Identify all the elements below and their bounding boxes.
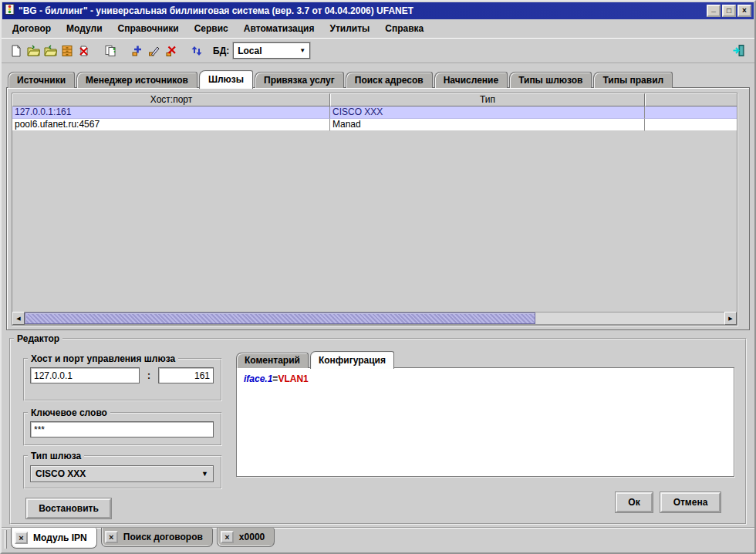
table-row[interactable]: 127.0.0.1:161 CISCO XXX <box>12 106 737 119</box>
maximize-button[interactable]: □ <box>722 5 736 17</box>
restore-button[interactable]: Востановить <box>26 498 111 519</box>
splitter-grip[interactable] <box>5 530 7 549</box>
close-icon[interactable]: × <box>221 531 234 543</box>
gateway-type-group-title: Тип шлюза <box>28 451 84 461</box>
menu-moduli[interactable]: Модули <box>59 20 110 37</box>
gateway-type-select[interactable]: CISCO XXX ▼ <box>30 465 214 482</box>
table-header: Хост:порт Тип <box>12 93 737 106</box>
bottom-tab-label: x0000 <box>239 532 265 542</box>
tab-istochniki[interactable]: Источники <box>8 72 75 88</box>
bottom-tab-label: Поиск договоров <box>123 532 203 542</box>
delete-record-icon[interactable] <box>162 42 179 59</box>
tab-tipy-shlyuzov[interactable]: Типы шлюзов <box>509 72 592 88</box>
menu-avtomatizaciya[interactable]: Автоматизация <box>236 20 322 37</box>
menu-spravochniki[interactable]: Справочники <box>110 20 187 37</box>
host-port-group-title: Хост и порт управления шлюза <box>28 353 178 364</box>
tab-poisk-adresov[interactable]: Поиск адресов <box>346 72 433 88</box>
copy-document-icon[interactable] <box>102 42 119 59</box>
app-window: "BG - биллинг" - универсальная биллингов… <box>0 0 756 554</box>
tab-configuration[interactable]: Конфигурация <box>310 351 394 369</box>
cell-empty <box>645 106 737 119</box>
module-tabstrip: Источники Менеджер источников Шлюзы Прив… <box>8 69 748 88</box>
column-header-type[interactable]: Тип <box>330 93 645 106</box>
bottom-tab-label: Модуль IPN <box>33 532 87 543</box>
cell-type: CISCO XXX <box>330 106 645 119</box>
scroll-left-icon[interactable]: ◀ <box>12 312 25 325</box>
menu-spravka[interactable]: Справка <box>377 20 431 37</box>
bottom-tab-poisk-dogovorov[interactable]: × Поиск договоров <box>101 528 213 547</box>
port-field[interactable] <box>158 367 214 383</box>
open-folder-icon[interactable] <box>25 42 42 59</box>
close-icon[interactable]: × <box>15 532 28 544</box>
toolbar: БД: Local ▼ <box>2 38 754 63</box>
bottom-tab-x0000[interactable]: × x0000 <box>217 528 275 547</box>
gateway-type-group: Тип шлюза CISCO XXX ▼ <box>23 451 222 489</box>
host-port-group: Хост и порт управления шлюза : <box>23 353 222 401</box>
scrollbar-thumb[interactable] <box>25 312 535 324</box>
window-controls: _ □ × <box>707 5 751 17</box>
app-icon <box>5 4 15 18</box>
menubar: Договор Модули Справочники Сервис Автома… <box>2 19 754 38</box>
gateways-scrollpane: Хост:порт Тип 127.0.0.1:161 CISCO XXX po… <box>12 93 737 326</box>
tab-comment[interactable]: Коментарий <box>236 353 309 368</box>
column-header-host[interactable]: Хост:порт <box>12 93 330 106</box>
editor-title: Редактор <box>14 333 62 344</box>
tab-privyazka-uslug[interactable]: Привязка услуг <box>255 72 344 88</box>
config-line: iface.1=VLAN1 <box>244 373 309 384</box>
archive-drawer-icon[interactable] <box>59 42 76 59</box>
menu-utility[interactable]: Утилиты <box>322 20 377 37</box>
minimize-button[interactable]: _ <box>707 5 721 17</box>
scrollbar-track[interactable] <box>25 312 724 325</box>
chevron-down-icon: ▼ <box>201 470 208 478</box>
editor-panel: Редактор Хост и порт управления шлюза : … <box>9 333 747 525</box>
host-port-separator: : <box>147 370 150 381</box>
bottom-tab-modul-ipn[interactable]: × Модуль IPN <box>11 528 97 549</box>
cell-type: Manad <box>330 119 645 131</box>
tab-tipy-pravil[interactable]: Типы правил <box>593 72 673 88</box>
chevron-down-icon: ▼ <box>299 47 305 54</box>
add-record-icon[interactable] <box>128 42 145 59</box>
cell-empty <box>645 119 737 131</box>
scroll-right-icon[interactable]: ▶ <box>724 312 737 325</box>
keyword-field[interactable] <box>30 421 214 437</box>
editor-tabstrip: Коментарий Конфигурация <box>236 350 396 368</box>
close-button[interactable]: × <box>737 5 751 17</box>
gateway-type-value: CISCO XXX <box>35 468 86 479</box>
ok-button[interactable]: Ок <box>616 492 653 512</box>
edit-record-icon[interactable] <box>145 42 162 59</box>
table-row[interactable]: pool6.ufanet.ru:4567 Manad <box>12 119 737 131</box>
delete-document-icon[interactable] <box>76 42 93 59</box>
menu-dogovor[interactable]: Договор <box>5 20 59 37</box>
bottom-tabbar: × Модуль IPN × Поиск договоров × x0000 <box>2 527 754 552</box>
refresh-icon[interactable] <box>188 42 205 59</box>
column-header-empty <box>645 93 737 106</box>
close-icon[interactable]: × <box>105 531 118 543</box>
menu-servis[interactable]: Сервис <box>187 20 236 37</box>
tab-menedzher-istochnikov[interactable]: Менеджер источников <box>76 72 197 88</box>
horizontal-scrollbar[interactable]: ◀ ▶ <box>12 312 737 325</box>
titlebar[interactable]: "BG - биллинг" - универсальная биллингов… <box>2 2 754 19</box>
db-select[interactable]: Local ▼ <box>233 42 310 59</box>
gateways-panel: Хост:порт Тип 127.0.0.1:161 CISCO XXX po… <box>6 87 750 330</box>
host-field[interactable] <box>30 367 140 383</box>
configuration-textarea[interactable]: iface.1=VLAN1 <box>236 367 734 477</box>
keyword-group-title: Ключевое слово <box>28 407 110 418</box>
window-title: "BG - биллинг" - универсальная биллингов… <box>19 5 413 16</box>
tab-nachislenie[interactable]: Начисление <box>434 72 508 88</box>
exit-icon[interactable] <box>730 42 747 59</box>
cell-host: pool6.ufanet.ru:4567 <box>12 119 330 131</box>
db-label: БД: <box>213 46 229 56</box>
tab-shlyuzy[interactable]: Шлюзы <box>199 70 253 89</box>
new-document-icon[interactable] <box>8 42 25 59</box>
cancel-button[interactable]: Отмена <box>660 492 721 512</box>
keyword-group: Ключевое слово <box>23 407 222 446</box>
cell-host: 127.0.0.1:161 <box>12 106 330 119</box>
import-folder-icon[interactable] <box>42 42 59 59</box>
db-select-value: Local <box>238 46 262 56</box>
